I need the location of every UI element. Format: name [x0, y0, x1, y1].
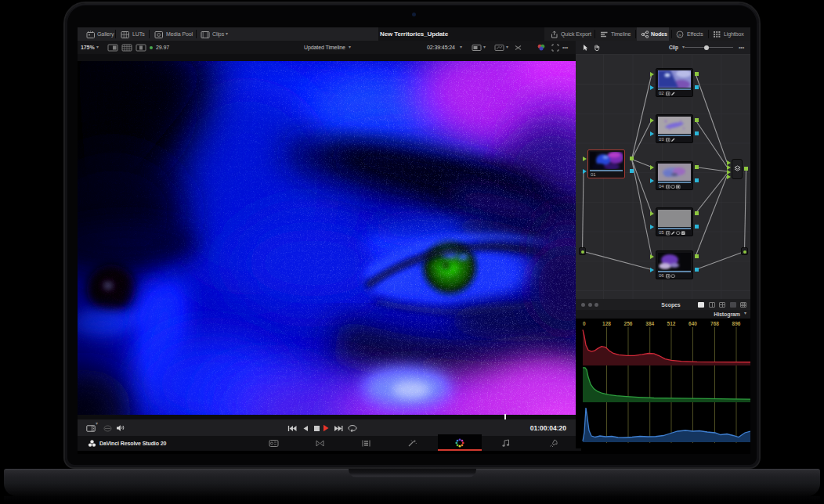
svg-text:640: 640 — [688, 321, 697, 326]
svg-text:0: 0 — [583, 321, 586, 326]
svg-text:384: 384 — [645, 321, 654, 326]
svg-text:256: 256 — [624, 321, 633, 326]
svg-text:fx: fx — [678, 33, 681, 37]
svg-text:896: 896 — [732, 321, 741, 326]
svg-text:128: 128 — [602, 321, 611, 326]
svg-text:768: 768 — [710, 321, 719, 326]
svg-text:512: 512 — [667, 321, 676, 326]
